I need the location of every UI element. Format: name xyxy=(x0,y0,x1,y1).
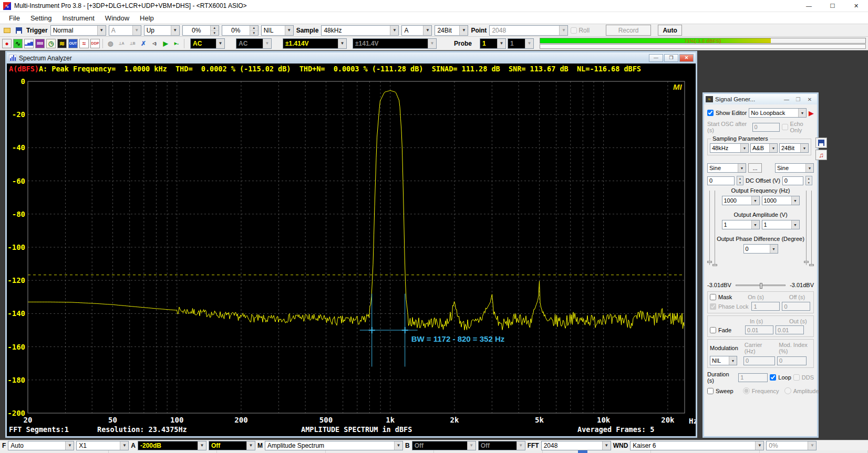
waveform-a-select[interactable]: Sine▼ xyxy=(707,163,746,173)
on-label: On (s) xyxy=(748,294,764,300)
zoom-select[interactable]: X1▼ xyxy=(76,441,129,450)
maximize-button[interactable]: ☐ xyxy=(821,0,844,12)
signal-generator-title-bar[interactable]: ≈ Signal Gener... — ❐ ✕ xyxy=(704,94,817,104)
generator-rate-select[interactable]: 48kHz▼ xyxy=(710,143,749,153)
fft-size-select[interactable]: 2048▼ xyxy=(541,441,611,450)
x-axis-tick-label: 20k xyxy=(661,416,675,424)
xy-plot-icon[interactable]: ◷ xyxy=(46,39,56,48)
menu-window[interactable]: Window xyxy=(100,13,134,23)
music-notes-button[interactable]: ♫ xyxy=(815,150,827,160)
measurement-status-line: A(dBFS)A: Peak Frequency= 1.0000 kHz THD… xyxy=(7,64,696,74)
data-out-icon[interactable]: OUT xyxy=(68,39,78,48)
derived-display-icon[interactable]: ≈ xyxy=(79,39,89,48)
spectrum-maximize-button[interactable]: ❐ xyxy=(664,54,678,62)
window-function-select[interactable]: Kaiser 6▼ xyxy=(630,441,764,450)
spectrum-chart[interactable]: 0-20-40-60-80-100-120-140-160-180-200205… xyxy=(7,74,696,436)
close-button[interactable]: ✕ xyxy=(844,0,868,12)
range-b-select: ±141.4V▼ xyxy=(353,38,437,49)
amplitude-a-select[interactable]: 1▼ xyxy=(722,220,760,229)
status-strip xyxy=(0,450,868,453)
generator-bits-select[interactable]: 24Bit▼ xyxy=(779,143,809,153)
bit-depth-select[interactable]: 24Bit▼ xyxy=(435,25,468,36)
status-progress-segment xyxy=(578,450,587,453)
auto-button[interactable]: Auto xyxy=(658,25,682,36)
output-amplitude-label: Output Amplitude (V) xyxy=(704,212,817,218)
trigger-edge-select[interactable]: Up▼ xyxy=(144,25,180,36)
menu-instrument[interactable]: Instrument xyxy=(57,13,99,23)
balance-slider[interactable] xyxy=(736,285,786,286)
generator-close-button[interactable]: ✕ xyxy=(804,97,815,102)
range-a-db-select[interactable]: -200dB▼ xyxy=(138,441,206,450)
dc-offset-b-input[interactable] xyxy=(782,176,803,185)
minimize-button[interactable]: — xyxy=(797,0,821,12)
ref-a-select[interactable]: Off▼ xyxy=(209,441,255,450)
display-mode-select[interactable]: Amplitude Spectrum▼ xyxy=(265,441,403,450)
amplitude-slider-b[interactable] xyxy=(804,261,809,263)
record-icon[interactable]: ● xyxy=(2,39,12,48)
spectrum-minimize-button[interactable]: — xyxy=(649,54,663,62)
menu-help[interactable]: Help xyxy=(135,13,159,23)
open-file-icon[interactable] xyxy=(2,26,12,35)
run-icon: ▶ xyxy=(161,39,170,48)
sweep-checkbox[interactable] xyxy=(707,388,714,394)
start-osc-input xyxy=(752,123,780,132)
spectrum-close-button[interactable]: ✕ xyxy=(679,54,694,62)
amplitude-slider-b2[interactable] xyxy=(809,264,814,266)
sampling-rate-select[interactable]: 48kHz▼ xyxy=(321,25,399,36)
y-axis-tick-label: 0 xyxy=(21,77,25,86)
spectrum-analyzer-icon[interactable]: ▂▅▇ xyxy=(24,39,34,48)
balance-slider-handle[interactable] xyxy=(760,283,762,289)
dc-offset-a-stepper[interactable]: ▲▼ xyxy=(737,176,743,185)
amplitude-slider-a2[interactable] xyxy=(712,264,717,266)
probe-a-select[interactable]: 1▼ xyxy=(480,38,506,49)
oscilloscope-icon[interactable]: ∿ xyxy=(13,39,23,48)
trigger-level-stepper[interactable]: 0%▲▼ xyxy=(182,25,219,36)
frequency-b-select[interactable]: 1000▼ xyxy=(762,196,800,205)
trigger-mode-select[interactable]: Normal▼ xyxy=(50,25,106,36)
sampling-channel-select[interactable]: A▼ xyxy=(401,25,432,36)
amplitude-slider-a[interactable] xyxy=(707,261,712,263)
dc-offset-label: DC Offset (V) xyxy=(746,177,780,184)
loop-checkbox[interactable] xyxy=(770,374,776,381)
fade-checkbox[interactable] xyxy=(710,327,716,333)
spectrum-plot[interactable]: 0-20-40-60-80-100-120-140-160-180-200205… xyxy=(7,74,696,436)
waveform-b-select[interactable]: Sine▼ xyxy=(775,163,814,173)
trigger-source-select: A▼ xyxy=(109,25,141,36)
frequency-a-select[interactable]: 1000▼ xyxy=(722,196,760,205)
spectrum-window-title: Spectrum Analyzer xyxy=(19,55,72,62)
amplitude-b-select[interactable]: 1▼ xyxy=(762,220,800,229)
show-editor-checkbox[interactable] xyxy=(707,110,714,116)
generator-save-button[interactable] xyxy=(815,138,827,148)
spectrogram-icon[interactable]: ≋ xyxy=(57,39,67,48)
waveform-more-button[interactable]: ... xyxy=(748,163,762,173)
frequency-axis-select[interactable]: Auto▼ xyxy=(8,441,74,450)
save-file-icon[interactable] xyxy=(14,26,24,35)
generator-channels-select[interactable]: A&B▼ xyxy=(750,143,778,153)
generator-minimize-button[interactable]: — xyxy=(781,97,792,102)
trigger-hpf-select[interactable]: NIL▼ xyxy=(261,25,294,36)
dc-offset-b-stepper[interactable]: ▲▼ xyxy=(805,176,812,185)
ddp-viewer-icon[interactable]: DDP xyxy=(90,39,100,48)
loopback-select[interactable]: No Loopback▼ xyxy=(749,108,807,118)
y-axis-tick-label: -80 xyxy=(12,210,25,218)
menu-setting[interactable]: Setting xyxy=(26,13,56,23)
output-frequency-label: Output Frequency (Hz) xyxy=(704,187,817,194)
trigger-delay-stepper[interactable]: 0%▲▼ xyxy=(222,25,259,36)
generator-start-button[interactable]: ▶ xyxy=(809,109,814,117)
modulation-select[interactable]: NIL▼ xyxy=(710,356,737,365)
trigger-toolbar: Trigger Normal▼ A▼ Up▼ 0%▲▼ 0%▲▼ NIL▼ Sa… xyxy=(0,24,868,37)
coupling-a-select[interactable]: AC▼ xyxy=(190,38,225,49)
y-axis-tick-label: -100 xyxy=(7,243,25,251)
level-left-label: -3.01dBV xyxy=(707,282,731,288)
mask-checkbox[interactable] xyxy=(710,294,716,300)
phase-select[interactable]: 0▼ xyxy=(743,244,778,254)
spectrum-window-title-bar[interactable]: Spectrum Analyzer — ❐ ✕ xyxy=(7,52,696,64)
menu-file[interactable]: File xyxy=(4,13,25,23)
dc-offset-a-input[interactable] xyxy=(707,176,735,185)
multimeter-icon[interactable]: 888 xyxy=(35,39,45,48)
range-a-select[interactable]: ±1.414V▼ xyxy=(283,38,347,49)
menu-bar: FileSettingInstrumentWindowHelp xyxy=(0,12,868,24)
y-axis-tick-label: -120 xyxy=(7,276,25,285)
a-channel-label: A xyxy=(131,442,136,449)
b-channel-label: B xyxy=(405,442,410,449)
